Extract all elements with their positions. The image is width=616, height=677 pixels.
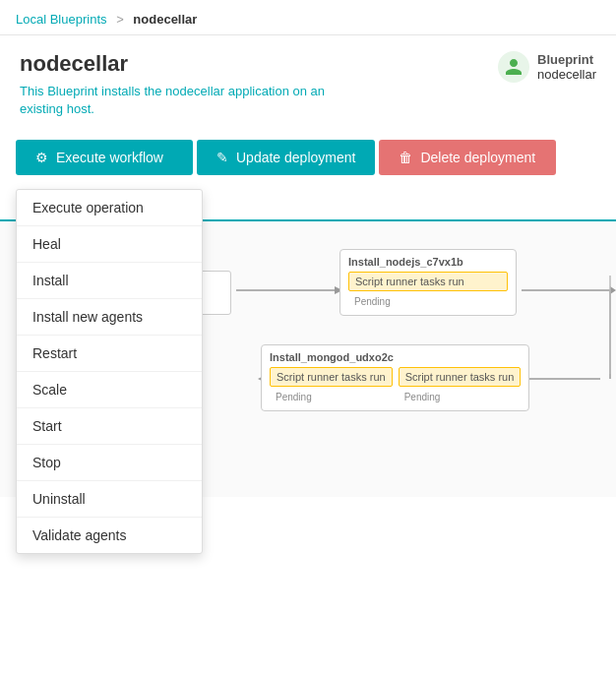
breadcrumb: Local Blueprints > nodecellar	[0, 0, 616, 35]
node2-task2-container: Script runner tasks run Pending	[399, 367, 522, 404]
node2-task1: Script runner tasks run	[270, 367, 393, 387]
node-install-mongod: Install_mongod_udxo2c Script runner task…	[261, 344, 529, 411]
node2-title: Install_mongod_udxo2c	[270, 351, 521, 363]
svg-marker-3	[610, 286, 616, 294]
blueprint-badge: Blueprint nodecellar	[498, 51, 596, 83]
dropdown-item-validate-agents[interactable]: Validate agents	[17, 518, 202, 553]
toolbar: ⚙ Execute workflow ✎ Update deployment 🗑…	[0, 130, 616, 185]
blueprint-name: nodecellar	[537, 67, 596, 82]
app-description: This Blueprint installs the nodecellar a…	[20, 83, 335, 118]
node1-task: Script runner tasks run	[348, 272, 508, 291]
node2-status1: Pending	[270, 390, 393, 404]
blueprint-label: Blueprint	[537, 52, 596, 67]
dropdown-item-stop[interactable]: Stop	[17, 445, 202, 481]
node-install-nodejs: Install_nodejs_c7vx1b Script runner task…	[339, 249, 517, 316]
node2-status2: Pending	[399, 390, 522, 404]
dropdown-item-scale[interactable]: Scale	[17, 372, 202, 408]
dropdown-item-execute-operation[interactable]: Execute operation	[17, 190, 202, 226]
blueprint-icon	[498, 51, 529, 83]
execute-workflow-dropdown: Execute operation Heal Install Install n…	[16, 189, 203, 554]
dropdown-item-uninstall[interactable]: Uninstall	[17, 481, 202, 518]
app-info: nodecellar This Blueprint installs the n…	[20, 51, 335, 118]
execute-workflow-button[interactable]: ⚙ Execute workflow	[16, 140, 193, 175]
edit-icon: ✎	[216, 150, 228, 165]
node2-task2: Script runner tasks run	[399, 367, 522, 387]
app-title: nodecellar	[20, 51, 335, 77]
blueprint-info: Blueprint nodecellar	[537, 52, 596, 82]
dropdown-item-start[interactable]: Start	[17, 408, 202, 445]
dropdown-item-heal[interactable]: Heal	[17, 226, 202, 263]
breadcrumb-parent-link[interactable]: Local Blueprints	[16, 12, 107, 27]
node1-status: Pending	[348, 294, 508, 309]
dropdown-item-install-new-agents[interactable]: Install new agents	[17, 299, 202, 336]
header-section: nodecellar This Blueprint installs the n…	[0, 35, 616, 130]
breadcrumb-current: nodecellar	[133, 12, 197, 27]
node2-task1-container: Script runner tasks run Pending	[270, 367, 393, 404]
breadcrumb-separator: >	[116, 12, 124, 27]
dropdown-item-restart[interactable]: Restart	[17, 336, 202, 372]
update-deployment-button[interactable]: ✎ Update deployment	[197, 140, 375, 175]
node2-tasks: Script runner tasks run Pending Script r…	[270, 367, 521, 404]
node1-title: Install_nodejs_c7vx1b	[348, 256, 508, 268]
delete-deployment-button[interactable]: 🗑 Delete deployment	[379, 140, 556, 175]
trash-icon: 🗑	[399, 150, 412, 165]
gear-icon: ⚙	[35, 150, 48, 165]
dropdown-item-install[interactable]: Install	[17, 263, 202, 299]
